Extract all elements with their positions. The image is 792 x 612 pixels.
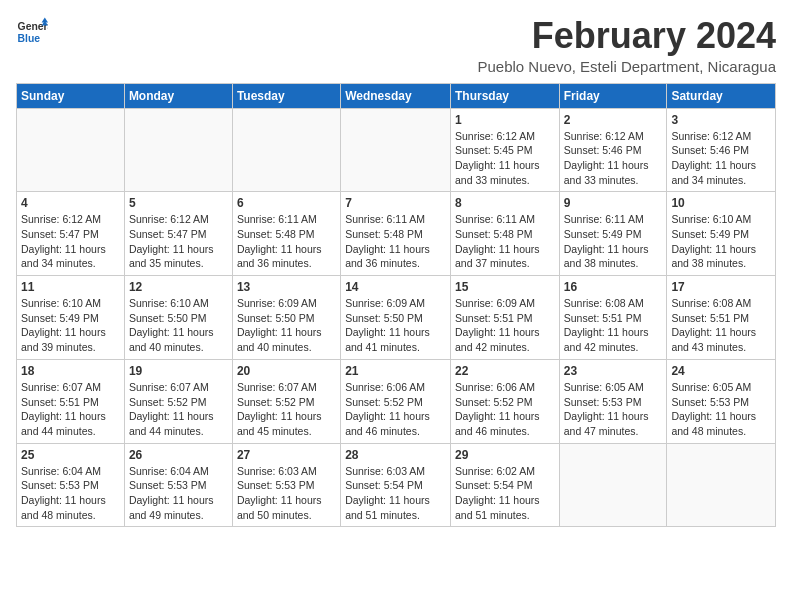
day-number: 5 <box>129 196 228 210</box>
day-number: 26 <box>129 448 228 462</box>
calendar-table: SundayMondayTuesdayWednesdayThursdayFrid… <box>16 83 776 528</box>
logo: General Blue <box>16 16 48 48</box>
day-detail: Sunrise: 6:12 AMSunset: 5:47 PMDaylight:… <box>129 212 228 271</box>
calendar-cell: 29Sunrise: 6:02 AMSunset: 5:54 PMDayligh… <box>450 443 559 527</box>
calendar-cell <box>124 108 232 192</box>
day-detail: Sunrise: 6:07 AMSunset: 5:51 PMDaylight:… <box>21 380 120 439</box>
day-detail: Sunrise: 6:09 AMSunset: 5:50 PMDaylight:… <box>237 296 336 355</box>
day-number: 3 <box>671 113 771 127</box>
day-number: 21 <box>345 364 446 378</box>
calendar-week-row: 25Sunrise: 6:04 AMSunset: 5:53 PMDayligh… <box>17 443 776 527</box>
day-detail: Sunrise: 6:04 AMSunset: 5:53 PMDaylight:… <box>21 464 120 523</box>
column-header-monday: Monday <box>124 83 232 108</box>
calendar-cell: 4Sunrise: 6:12 AMSunset: 5:47 PMDaylight… <box>17 192 125 276</box>
day-detail: Sunrise: 6:12 AMSunset: 5:47 PMDaylight:… <box>21 212 120 271</box>
calendar-cell: 27Sunrise: 6:03 AMSunset: 5:53 PMDayligh… <box>232 443 340 527</box>
calendar-cell: 1Sunrise: 6:12 AMSunset: 5:45 PMDaylight… <box>450 108 559 192</box>
calendar-week-row: 1Sunrise: 6:12 AMSunset: 5:45 PMDaylight… <box>17 108 776 192</box>
day-detail: Sunrise: 6:06 AMSunset: 5:52 PMDaylight:… <box>455 380 555 439</box>
calendar-cell: 17Sunrise: 6:08 AMSunset: 5:51 PMDayligh… <box>667 276 776 360</box>
day-number: 24 <box>671 364 771 378</box>
day-number: 4 <box>21 196 120 210</box>
day-detail: Sunrise: 6:09 AMSunset: 5:50 PMDaylight:… <box>345 296 446 355</box>
column-header-friday: Friday <box>559 83 667 108</box>
day-detail: Sunrise: 6:05 AMSunset: 5:53 PMDaylight:… <box>564 380 663 439</box>
column-header-saturday: Saturday <box>667 83 776 108</box>
day-number: 19 <box>129 364 228 378</box>
day-detail: Sunrise: 6:09 AMSunset: 5:51 PMDaylight:… <box>455 296 555 355</box>
calendar-cell <box>232 108 340 192</box>
logo-icon: General Blue <box>16 16 48 48</box>
title-block: February 2024 Pueblo Nuevo, Esteli Depar… <box>478 16 777 75</box>
day-detail: Sunrise: 6:07 AMSunset: 5:52 PMDaylight:… <box>237 380 336 439</box>
day-detail: Sunrise: 6:06 AMSunset: 5:52 PMDaylight:… <box>345 380 446 439</box>
header-section: General Blue February 2024 Pueblo Nuevo,… <box>16 16 776 75</box>
day-number: 18 <box>21 364 120 378</box>
calendar-cell: 14Sunrise: 6:09 AMSunset: 5:50 PMDayligh… <box>341 276 451 360</box>
calendar-week-row: 4Sunrise: 6:12 AMSunset: 5:47 PMDaylight… <box>17 192 776 276</box>
day-number: 2 <box>564 113 663 127</box>
day-detail: Sunrise: 6:11 AMSunset: 5:48 PMDaylight:… <box>237 212 336 271</box>
calendar-cell: 21Sunrise: 6:06 AMSunset: 5:52 PMDayligh… <box>341 359 451 443</box>
calendar-cell <box>559 443 667 527</box>
day-number: 23 <box>564 364 663 378</box>
day-detail: Sunrise: 6:10 AMSunset: 5:49 PMDaylight:… <box>671 212 771 271</box>
svg-text:Blue: Blue <box>18 33 41 44</box>
day-detail: Sunrise: 6:08 AMSunset: 5:51 PMDaylight:… <box>671 296 771 355</box>
calendar-cell: 26Sunrise: 6:04 AMSunset: 5:53 PMDayligh… <box>124 443 232 527</box>
day-number: 6 <box>237 196 336 210</box>
calendar-cell: 8Sunrise: 6:11 AMSunset: 5:48 PMDaylight… <box>450 192 559 276</box>
calendar-cell <box>341 108 451 192</box>
day-detail: Sunrise: 6:12 AMSunset: 5:45 PMDaylight:… <box>455 129 555 188</box>
calendar-cell: 9Sunrise: 6:11 AMSunset: 5:49 PMDaylight… <box>559 192 667 276</box>
day-detail: Sunrise: 6:11 AMSunset: 5:48 PMDaylight:… <box>345 212 446 271</box>
day-detail: Sunrise: 6:08 AMSunset: 5:51 PMDaylight:… <box>564 296 663 355</box>
day-number: 8 <box>455 196 555 210</box>
day-number: 28 <box>345 448 446 462</box>
day-detail: Sunrise: 6:03 AMSunset: 5:54 PMDaylight:… <box>345 464 446 523</box>
day-number: 20 <box>237 364 336 378</box>
calendar-cell: 28Sunrise: 6:03 AMSunset: 5:54 PMDayligh… <box>341 443 451 527</box>
calendar-cell <box>667 443 776 527</box>
calendar-cell: 6Sunrise: 6:11 AMSunset: 5:48 PMDaylight… <box>232 192 340 276</box>
day-number: 14 <box>345 280 446 294</box>
day-detail: Sunrise: 6:05 AMSunset: 5:53 PMDaylight:… <box>671 380 771 439</box>
calendar-cell: 12Sunrise: 6:10 AMSunset: 5:50 PMDayligh… <box>124 276 232 360</box>
day-number: 1 <box>455 113 555 127</box>
column-header-wednesday: Wednesday <box>341 83 451 108</box>
subtitle: Pueblo Nuevo, Esteli Department, Nicarag… <box>478 58 777 75</box>
day-number: 11 <box>21 280 120 294</box>
calendar-cell: 5Sunrise: 6:12 AMSunset: 5:47 PMDaylight… <box>124 192 232 276</box>
calendar-cell: 20Sunrise: 6:07 AMSunset: 5:52 PMDayligh… <box>232 359 340 443</box>
calendar-cell: 13Sunrise: 6:09 AMSunset: 5:50 PMDayligh… <box>232 276 340 360</box>
day-detail: Sunrise: 6:11 AMSunset: 5:49 PMDaylight:… <box>564 212 663 271</box>
day-detail: Sunrise: 6:03 AMSunset: 5:53 PMDaylight:… <box>237 464 336 523</box>
calendar-cell: 22Sunrise: 6:06 AMSunset: 5:52 PMDayligh… <box>450 359 559 443</box>
day-detail: Sunrise: 6:07 AMSunset: 5:52 PMDaylight:… <box>129 380 228 439</box>
header-row: SundayMondayTuesdayWednesdayThursdayFrid… <box>17 83 776 108</box>
calendar-cell: 10Sunrise: 6:10 AMSunset: 5:49 PMDayligh… <box>667 192 776 276</box>
day-number: 9 <box>564 196 663 210</box>
calendar-cell: 19Sunrise: 6:07 AMSunset: 5:52 PMDayligh… <box>124 359 232 443</box>
day-detail: Sunrise: 6:10 AMSunset: 5:50 PMDaylight:… <box>129 296 228 355</box>
day-number: 16 <box>564 280 663 294</box>
calendar-cell: 2Sunrise: 6:12 AMSunset: 5:46 PMDaylight… <box>559 108 667 192</box>
day-number: 22 <box>455 364 555 378</box>
day-detail: Sunrise: 6:12 AMSunset: 5:46 PMDaylight:… <box>671 129 771 188</box>
calendar-week-row: 11Sunrise: 6:10 AMSunset: 5:49 PMDayligh… <box>17 276 776 360</box>
day-number: 17 <box>671 280 771 294</box>
calendar-cell: 11Sunrise: 6:10 AMSunset: 5:49 PMDayligh… <box>17 276 125 360</box>
calendar-cell: 15Sunrise: 6:09 AMSunset: 5:51 PMDayligh… <box>450 276 559 360</box>
calendar-header: SundayMondayTuesdayWednesdayThursdayFrid… <box>17 83 776 108</box>
calendar-body: 1Sunrise: 6:12 AMSunset: 5:45 PMDaylight… <box>17 108 776 527</box>
day-detail: Sunrise: 6:10 AMSunset: 5:49 PMDaylight:… <box>21 296 120 355</box>
calendar-cell: 7Sunrise: 6:11 AMSunset: 5:48 PMDaylight… <box>341 192 451 276</box>
day-number: 13 <box>237 280 336 294</box>
day-number: 27 <box>237 448 336 462</box>
column-header-thursday: Thursday <box>450 83 559 108</box>
main-title: February 2024 <box>478 16 777 56</box>
day-number: 10 <box>671 196 771 210</box>
day-number: 12 <box>129 280 228 294</box>
calendar-cell: 24Sunrise: 6:05 AMSunset: 5:53 PMDayligh… <box>667 359 776 443</box>
day-detail: Sunrise: 6:11 AMSunset: 5:48 PMDaylight:… <box>455 212 555 271</box>
